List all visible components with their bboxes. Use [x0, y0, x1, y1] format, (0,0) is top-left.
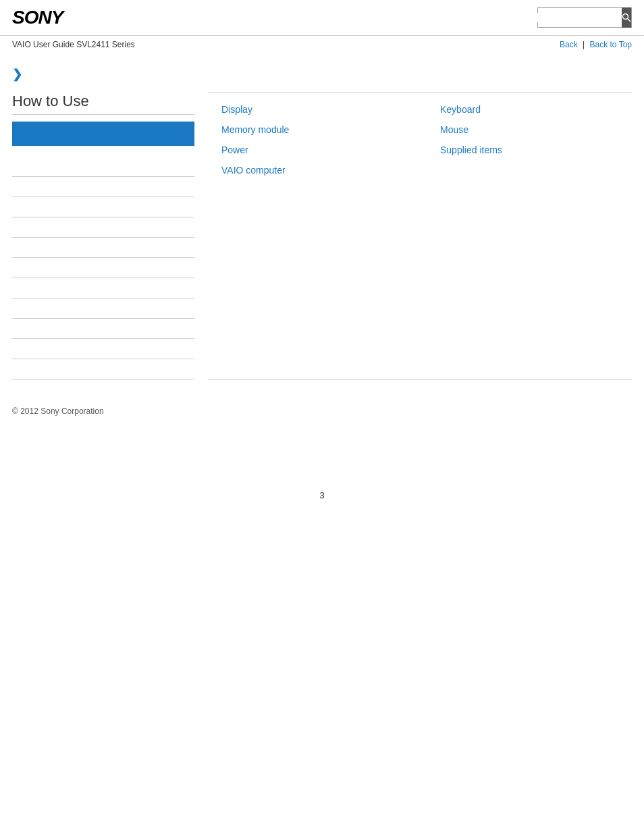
list-item — [12, 157, 194, 177]
list-item — [12, 177, 194, 197]
list-item — [12, 258, 194, 278]
list-item — [12, 278, 194, 298]
footer: © 2012 Sony Corporation — [12, 407, 632, 416]
sidebar: How to Use — [12, 93, 208, 380]
sidebar-link[interactable] — [12, 283, 15, 293]
list-item — [12, 298, 194, 319]
svg-point-0 — [623, 14, 628, 20]
nav-link-memory-module[interactable]: Memory module — [221, 124, 413, 135]
sidebar-link[interactable] — [12, 323, 15, 334]
sidebar-link[interactable] — [12, 161, 15, 172]
sony-logo: SONY — [12, 7, 63, 28]
sidebar-highlight — [12, 122, 194, 146]
nav-separator: | — [583, 40, 585, 49]
nav-grid: Display Keyboard Memory module Mouse Pow… — [208, 93, 632, 380]
sidebar-link[interactable] — [12, 303, 15, 313]
list-item — [12, 217, 194, 238]
sidebar-link[interactable] — [12, 263, 15, 273]
breadcrumb: ❯ — [12, 60, 632, 86]
nav-link-vaio-computer[interactable]: VAIO computer — [221, 165, 413, 176]
search-button[interactable] — [622, 7, 631, 28]
sidebar-links — [12, 157, 194, 380]
guide-title: VAIO User Guide SVL2411 Series — [12, 40, 135, 49]
nav-link-supplied-items[interactable]: Supplied items — [440, 145, 632, 155]
list-item — [12, 339, 194, 359]
back-to-top-link[interactable]: Back to Top — [590, 40, 632, 49]
nav-link-mouse[interactable]: Mouse — [440, 124, 632, 135]
page-number: 3 — [0, 490, 644, 500]
sidebar-link[interactable] — [12, 222, 15, 232]
list-item — [12, 319, 194, 339]
sidebar-link[interactable] — [12, 182, 15, 192]
content-area: How to Use Display Keyboard Memory — [12, 93, 632, 380]
sidebar-title: How to Use — [12, 93, 194, 115]
nav-links: Back | Back to Top — [560, 40, 632, 49]
main-content: ❯ How to Use Display — [0, 53, 644, 436]
nav-link-display[interactable]: Display — [221, 104, 413, 115]
sidebar-link[interactable] — [12, 242, 15, 253]
sidebar-link[interactable] — [12, 344, 15, 354]
page-header: SONY — [0, 0, 644, 36]
sidebar-link[interactable] — [12, 202, 15, 212]
list-item — [12, 197, 194, 217]
sidebar-link[interactable] — [12, 364, 15, 374]
sub-header: VAIO User Guide SVL2411 Series Back | Ba… — [0, 36, 644, 53]
list-item — [12, 359, 194, 380]
search-box — [537, 7, 632, 28]
nav-link-power[interactable]: Power — [221, 145, 413, 155]
nav-link-keyboard[interactable]: Keyboard — [440, 104, 632, 115]
search-icon — [622, 13, 631, 22]
copyright: © 2012 Sony Corporation — [12, 407, 104, 416]
svg-line-1 — [628, 19, 631, 22]
chevron-right-icon: ❯ — [12, 67, 22, 82]
back-link[interactable]: Back — [560, 40, 578, 49]
search-input[interactable] — [515, 13, 622, 22]
list-item — [12, 238, 194, 258]
